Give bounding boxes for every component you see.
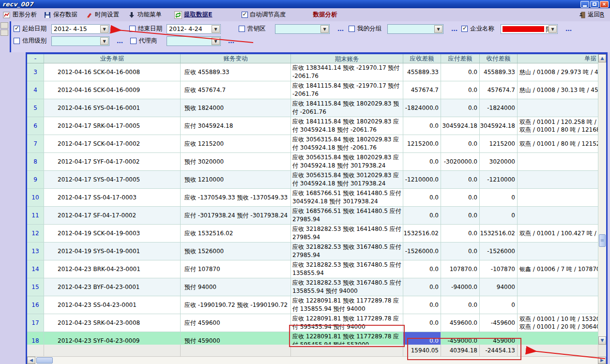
cell-final[interactable]: 应收 3056315.84 预收 3012029.83 应付 3045924.1… (291, 171, 403, 189)
header-net-diff[interactable]: 收付差额 (480, 54, 518, 63)
table-row[interactable]: 52012-04-16 SYS-04-16-0001预收 1824000应收 1… (27, 99, 598, 117)
cell-final[interactable]: 应收 1841115.84 预收 1802029.83 预付 -2061.76 (291, 99, 403, 117)
cell-change[interactable]: 应付 459600 (181, 314, 291, 332)
close-button[interactable]: × (600, 1, 609, 8)
cell-document[interactable]: 2012-04-17 SS-04-17-0003 (44, 189, 181, 207)
chevron-down-icon[interactable]: ▼ (549, 25, 557, 33)
cell-document[interactable]: 2012-04-19 SCK-04-19-0003 (44, 225, 181, 243)
cell-pay-diff[interactable]: 459600.0 (441, 314, 480, 332)
cell-row-number[interactable]: 14 (27, 260, 44, 278)
company-name-checkbox[interactable] (461, 26, 468, 32)
cell-recv-diff[interactable]: 0.0 (403, 153, 441, 171)
cell-final[interactable]: 应收 1685766.51 预收 1641480.5 应付 3045924.18… (291, 189, 403, 207)
cell-final[interactable]: 应收 3218282.53 预收 3167480.5 应付 135855.94 (291, 260, 403, 278)
cell-row-number[interactable]: 8 (27, 153, 44, 171)
cell-document[interactable]: 2012-04-19 SYS-04-19-0001 (44, 243, 181, 260)
cell-document[interactable]: 2012-04-17 SCK-04-17-0002 (44, 135, 181, 153)
chevron-down-icon[interactable]: ▼ (100, 25, 108, 33)
cell-pay-diff[interactable]: 3045924.18 (441, 117, 480, 135)
cell-net-diff[interactable]: 1532516.02 (480, 225, 518, 243)
table-row[interactable]: 122012-04-19 SCK-04-19-0003应收 1532516.02… (27, 225, 598, 243)
agent-combo[interactable]: ▼ (167, 36, 221, 46)
cell-net-diff[interactable]: 0 (480, 189, 518, 207)
cell-bill[interactable] (518, 189, 598, 207)
cell-pay-diff[interactable]: 107870.0 (441, 260, 480, 278)
cell-recv-diff[interactable]: 0.0 (403, 278, 441, 296)
scroll-left-button[interactable]: ◀ (27, 357, 35, 364)
graph-analysis-button[interactable]: 图形分析 (1, 10, 39, 20)
minimize-button[interactable] (580, 1, 589, 8)
cell-document[interactable]: 2012-04-17 SYF-04-17-0002 (44, 153, 181, 171)
marketing-area-checkbox[interactable] (239, 26, 245, 32)
cell-final[interactable]: 应收 1383441.14 预收 -21970.17 预付 -2061.76 (291, 63, 403, 81)
cell-change[interactable]: 预收 1526000 (181, 243, 291, 260)
marketing-area-combo[interactable]: ▼ (275, 24, 330, 34)
cell-net-diff[interactable]: -459600 (480, 314, 518, 332)
cell-row-number[interactable]: 9 (27, 171, 44, 189)
cell-document[interactable]: 2012-04-16 SCK-04-16-0008 (44, 63, 181, 81)
marketing-area-more-button[interactable]: … (337, 25, 344, 32)
cell-pay-diff[interactable]: -94000.0 (441, 278, 480, 296)
cell-change[interactable]: 应付 3045924.18 (181, 117, 291, 135)
cell-pay-diff[interactable]: 0.0 (441, 63, 480, 81)
cell-final[interactable]: 应收 3056315.84 预收 1802029.83 应付 3045924.1… (291, 135, 403, 153)
cell-change[interactable]: 应收 1532516.02 (181, 225, 291, 243)
cell-net-diff[interactable]: -1210000 (480, 171, 518, 189)
cell-final[interactable]: 应收 3218282.53 预收 1641480.5 应付 27985.94 (291, 225, 403, 243)
cell-recv-diff[interactable]: 1532516.02 (403, 225, 441, 243)
table-row[interactable]: 32012-04-16 SCK-04-16-0008应收 455889.33应收… (27, 63, 598, 81)
cell-bill[interactable] (518, 278, 598, 296)
cell-change[interactable]: 应付 -3017938.24 预付 -3017938.24 (181, 207, 291, 225)
cell-bill[interactable]: 慈山 / 01008 / 30.13 吨 / 4576 (518, 81, 598, 99)
cell-net-diff[interactable]: 455889.33 (480, 63, 518, 81)
header-pay-diff[interactable]: 应付差额 (441, 54, 480, 63)
cell-net-diff[interactable]: 0 (480, 207, 518, 225)
header-recv-diff[interactable]: 应收差额 (403, 54, 441, 63)
cell-recv-diff[interactable]: -1526000.0 (403, 243, 441, 260)
cell-row-number[interactable]: 5 (27, 99, 44, 117)
cell-row-number[interactable]: 15 (27, 278, 44, 296)
stub-box[interactable] (0, 30, 8, 36)
cell-recv-diff[interactable]: -1210000.0 (403, 171, 441, 189)
cell-document[interactable]: 2012-04-23 SRK-04-23-0008 (44, 314, 181, 332)
cell-row-number[interactable]: 6 (27, 117, 44, 135)
cell-final[interactable]: 应收 1685766.51 预收 1641480.5 应付 27985.94 (291, 207, 403, 225)
table-row[interactable]: 92012-04-17 SYS-04-17-0005预收 1210000应收 3… (27, 171, 598, 189)
cell-net-diff[interactable]: 94000 (480, 278, 518, 296)
end-date-checkbox[interactable] (129, 26, 136, 32)
cell-pay-diff[interactable]: 0.0 (441, 171, 480, 189)
cell-net-diff[interactable]: -1526000 (480, 243, 518, 260)
start-date-combo[interactable]: 2012- 4-15▼ (51, 24, 109, 34)
cell-final[interactable]: 应收 1228091.81 预收 1177289.78 应付 135855.94… (291, 296, 403, 314)
cell-recv-diff[interactable]: 0.0 (403, 314, 441, 332)
cell-final[interactable]: 应收 1841115.84 预收 1802029.83 应付 3045924.1… (291, 117, 403, 135)
time-setting-button[interactable]: 时间设置 (83, 10, 121, 20)
cell-pay-diff[interactable]: 0.0 (441, 81, 480, 99)
cell-change[interactable]: 应收 455889.33 (181, 63, 291, 81)
vertical-scroll-thumb[interactable] (599, 234, 606, 247)
chevron-down-icon[interactable]: ▼ (100, 37, 108, 45)
scroll-down-button[interactable]: ▼ (598, 336, 606, 345)
company-name-more-button[interactable]: … (565, 25, 572, 32)
cell-change[interactable]: 预收 1210000 (181, 171, 291, 189)
horizontal-scroll-thumb[interactable] (36, 357, 53, 364)
my-group-checkbox[interactable] (349, 26, 355, 32)
cell-pay-diff[interactable]: 0.0 (441, 296, 480, 314)
maximize-button[interactable] (590, 1, 599, 8)
credit-level-combo[interactable]: ▼ (51, 36, 109, 46)
cell-document[interactable]: 2012-04-17 SF-04-17-0002 (44, 207, 181, 225)
table-row[interactable]: 82012-04-17 SYF-04-17-0002预付 3020000应收 3… (27, 153, 598, 171)
cell-net-diff[interactable]: -3045924.18 (480, 117, 518, 135)
scroll-right-button[interactable]: ▶ (598, 357, 606, 364)
cell-change[interactable]: 预付 94000 (181, 278, 291, 296)
header-change[interactable]: 账务变动 (181, 54, 291, 63)
cell-change[interactable]: 预收 1824000 (181, 99, 291, 117)
cell-bill[interactable]: 双燕 / 01001 / 100.427 吨 / 153 (518, 225, 598, 243)
function-menu-button[interactable]: 功能菜单 (126, 10, 164, 20)
cell-pay-diff[interactable]: 0.0 (441, 135, 480, 153)
save-data-button[interactable]: 保存数据 (42, 10, 79, 20)
stub-box[interactable] (0, 22, 8, 29)
cell-final[interactable]: 应收 3218282.53 预收 3167480.5 应付 27985.94 (291, 243, 403, 260)
header-bill[interactable]: 单据 (518, 54, 598, 63)
cell-row-number[interactable]: 12 (27, 225, 44, 243)
